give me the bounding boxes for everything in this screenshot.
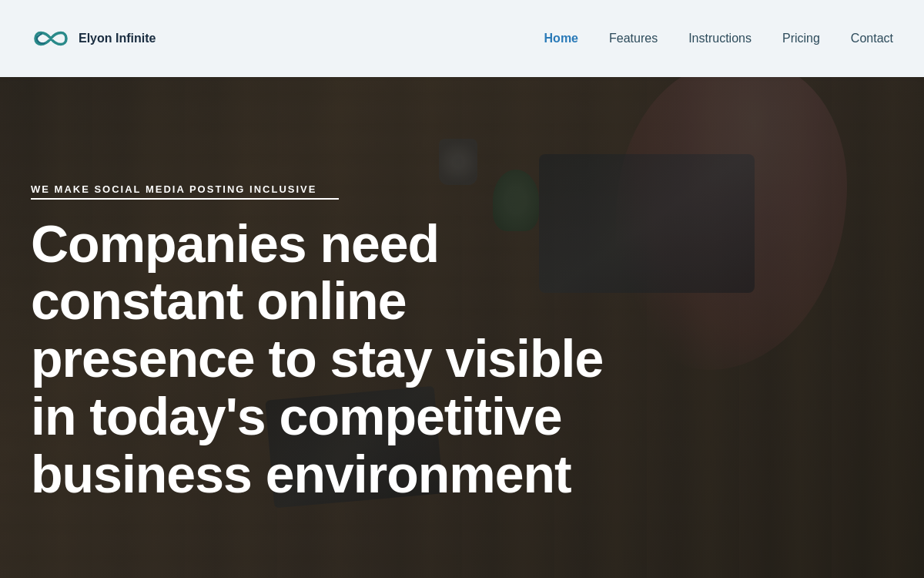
logo-icon — [31, 18, 71, 59]
logo-area[interactable]: Elyon Infinite — [31, 18, 156, 59]
navbar: Elyon Infinite Home Features Instruction… — [0, 0, 924, 77]
hero-headline: Companies need constant online presence … — [31, 215, 616, 503]
nav-link-contact[interactable]: Contact — [851, 32, 893, 45]
hero-content: WE MAKE SOCIAL MEDIA POSTING INCLUSIVE C… — [0, 77, 924, 578]
nav-link-instructions[interactable]: Instructions — [688, 32, 752, 45]
nav-link-home[interactable]: Home — [544, 32, 578, 45]
nav-link-pricing[interactable]: Pricing — [782, 32, 820, 45]
nav-links: Home Features Instructions Pricing Conta… — [544, 32, 893, 45]
nav-link-features[interactable]: Features — [609, 32, 658, 45]
brand-name: Elyon Infinite — [79, 31, 156, 45]
hero-section: WE MAKE SOCIAL MEDIA POSTING INCLUSIVE C… — [0, 0, 924, 578]
logo-text: Elyon Infinite — [79, 31, 156, 45]
hero-tagline: WE MAKE SOCIAL MEDIA POSTING INCLUSIVE — [31, 183, 339, 200]
